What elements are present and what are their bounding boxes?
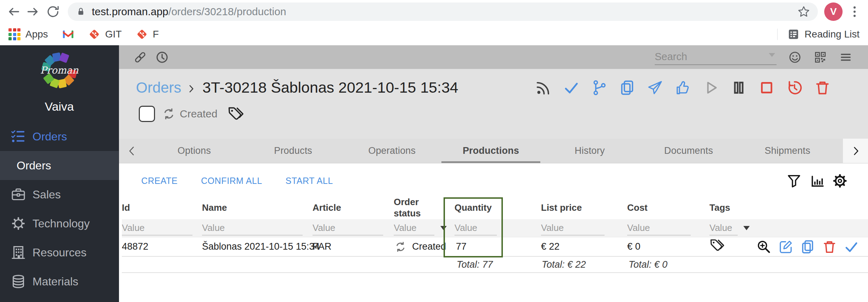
sidebar-item-sales[interactable]: Sales [0, 180, 119, 209]
order-status-label: Created [180, 108, 218, 120]
productions-panel: CREATE CONFIRM ALL START ALL Id Name Art… [119, 163, 868, 302]
tab-options[interactable]: Options [145, 139, 244, 163]
sidebar-menu: Orders Orders Sales Technology Resources… [0, 122, 119, 296]
filter-tags-input[interactable] [709, 221, 738, 236]
tab-label: History [575, 145, 605, 156]
sidebar-item-technology[interactable]: Technology [0, 209, 119, 238]
sidebar-item-resources[interactable]: Resources [0, 238, 119, 267]
copy-icon[interactable] [800, 239, 815, 254]
git-icon [136, 28, 148, 40]
column-header-id[interactable]: Id [122, 202, 202, 214]
filter-quantity-input[interactable] [454, 221, 497, 236]
building-icon [11, 245, 26, 260]
stop-icon[interactable] [759, 80, 775, 96]
row-tags-icon[interactable] [709, 238, 725, 253]
bookmark-apps[interactable]: Apps [8, 28, 48, 40]
column-header-order-status[interactable]: Order status [394, 196, 433, 219]
search-field[interactable] [655, 50, 777, 65]
smiley-icon[interactable] [788, 50, 802, 64]
qr-code-icon[interactable] [813, 50, 827, 64]
history-icon[interactable] [786, 80, 803, 96]
bookmark-gmail[interactable] [62, 28, 74, 40]
filter-tags-caret-icon[interactable] [743, 226, 750, 230]
tab-shipments[interactable]: Shipments [738, 139, 837, 163]
sidebar-subitem-orders[interactable]: Orders [0, 151, 119, 180]
copy-icon[interactable] [619, 80, 635, 96]
filter-list-price-input[interactable] [541, 221, 605, 236]
rss-icon[interactable] [535, 80, 552, 96]
send-icon[interactable] [647, 80, 663, 96]
column-header-quantity[interactable]: Quantity [450, 202, 540, 214]
row-action-icons [756, 239, 868, 254]
bookmark-star-icon[interactable] [797, 5, 810, 18]
reading-list-button[interactable]: Reading List [787, 28, 860, 40]
thumbs-up-icon[interactable] [675, 80, 691, 96]
link-icon[interactable] [133, 50, 147, 64]
filter-icon[interactable] [786, 173, 802, 188]
tab-documents[interactable]: Documents [639, 139, 738, 163]
tab-operations[interactable]: Operations [343, 139, 441, 163]
pause-icon[interactable] [731, 80, 747, 96]
sync-icon [394, 240, 407, 254]
filter-article-input[interactable] [313, 221, 383, 236]
search-caret-icon[interactable] [769, 53, 775, 57]
column-header-article[interactable]: Article [313, 202, 394, 214]
tags-icon[interactable] [227, 105, 244, 122]
settings-gear-icon[interactable] [832, 173, 848, 188]
bookmark-git[interactable]: GIT [88, 28, 122, 40]
url-bar[interactable]: test.proman.app /orders/30218/production [68, 2, 818, 21]
filter-order-status-input[interactable] [394, 221, 434, 236]
bookmark-f[interactable]: F [136, 28, 159, 40]
confirm-check-icon[interactable] [563, 80, 579, 96]
tabs-scroll-left-button[interactable] [119, 139, 145, 163]
select-order-checkbox[interactable] [139, 106, 155, 122]
tabs-scroll-right-button[interactable] [843, 139, 868, 163]
cell-name: Šablonas 2021-10-15 15:34 [202, 241, 313, 252]
table-totals-row: Total: 77 Total: € 22 Total: € 0 [122, 257, 868, 273]
profile-avatar[interactable]: V [824, 2, 843, 21]
total-cost: Total: € 0 [625, 259, 709, 270]
start-all-button[interactable]: START ALL [285, 176, 333, 186]
tab-history[interactable]: History [540, 139, 639, 163]
column-header-tags[interactable]: Tags [709, 202, 756, 214]
column-header-list-price[interactable]: List price [540, 202, 625, 214]
sidebar-item-materials[interactable]: Materials [0, 267, 119, 296]
sidebar-item-label: Orders [17, 159, 51, 172]
edit-icon[interactable] [778, 239, 793, 254]
confirm-all-button[interactable]: CONFIRM ALL [201, 176, 262, 186]
delete-icon[interactable] [822, 239, 837, 254]
filter-cost-input[interactable] [627, 221, 691, 236]
order-action-icons [535, 80, 831, 96]
column-header-cost[interactable]: Cost [625, 202, 709, 214]
search-input[interactable] [655, 51, 767, 63]
filter-id-input[interactable] [122, 221, 192, 236]
delete-icon[interactable] [814, 80, 831, 96]
reload-icon[interactable] [46, 5, 60, 19]
tab-products[interactable]: Products [244, 139, 343, 163]
tab-label: Productions [463, 145, 519, 156]
confirm-check-icon[interactable] [844, 239, 859, 254]
cell-article: PAR [313, 241, 394, 252]
cell-id: 48872 [122, 241, 202, 252]
back-icon[interactable] [6, 5, 20, 19]
column-header-name[interactable]: Name [202, 202, 313, 214]
filter-order-status-caret-icon[interactable] [440, 226, 447, 230]
create-button[interactable]: CREATE [141, 176, 178, 186]
breadcrumb-orders-link[interactable]: Orders [136, 79, 181, 96]
sidebar-item-orders[interactable]: Orders [0, 122, 119, 151]
total-list-price: Total: € 22 [540, 259, 625, 270]
play-icon[interactable] [703, 80, 719, 96]
bar-chart-icon[interactable] [809, 173, 825, 188]
zoom-in-icon[interactable] [756, 239, 771, 254]
filter-name-input[interactable] [202, 221, 303, 236]
forward-icon[interactable] [26, 5, 40, 19]
cell-order-status: Created [394, 240, 450, 254]
clock-icon[interactable] [155, 50, 169, 64]
page-header: Orders 3T-30218 Šablonas 2021-10-15 15:3… [119, 69, 868, 163]
tab-productions[interactable]: Productions [441, 139, 540, 163]
branch-icon[interactable] [591, 80, 607, 96]
table-row[interactable]: 48872 Šablonas 2021-10-15 15:34 PAR Crea… [122, 237, 868, 257]
sidebar-username: Vaiva [0, 100, 119, 114]
browser-menu-icon[interactable] [848, 5, 862, 19]
menu-icon[interactable] [839, 50, 853, 64]
